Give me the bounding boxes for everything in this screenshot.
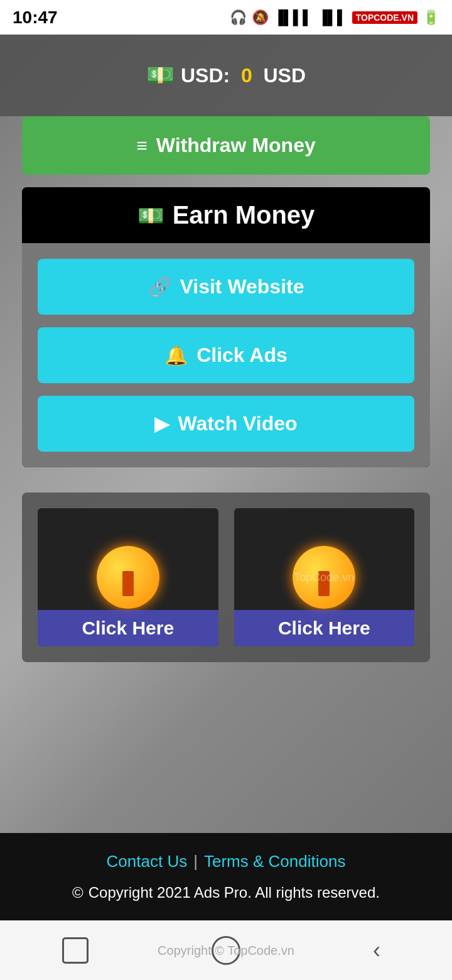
main-content: 💵 USD: 0 USD ≡ Withdraw Money 💵 Earn Mon… [0, 35, 452, 833]
battery-icon: 🔋 [422, 9, 439, 26]
bell-icon: 🔔 [164, 344, 188, 366]
status-bar: 10:47 🎧 🔕 ▐▌▌▌ ▐▌▌ TOPCODE.VN 🔋 [0, 0, 452, 35]
visit-website-button[interactable]: 🔗 Visit Website [38, 259, 414, 315]
footer-separator: | [193, 852, 198, 871]
withdraw-label: Withdraw Money [156, 134, 316, 157]
earn-money-section: 💵 Earn Money 🔗 Visit Website 🔔 Click Ads… [22, 187, 430, 467]
signal-icon: ▐▌▌▌ [274, 9, 313, 26]
earn-money-body: 🔗 Visit Website 🔔 Click Ads ▶ Watch Vide… [22, 243, 430, 467]
nav-chevron-button[interactable]: ‹ [358, 932, 396, 969]
sun-icon-1 [97, 546, 159, 609]
footer: Contact Us | Terms & Conditions © Copyri… [0, 833, 452, 920]
usd-label: USD: 0 USD [181, 64, 306, 87]
click-ads-button[interactable]: 🔔 Click Ads [38, 327, 414, 383]
contact-us-link[interactable]: Contact Us [107, 852, 188, 871]
nav-back-button[interactable] [56, 932, 94, 969]
withdraw-button[interactable]: ≡ Withdraw Money [22, 116, 430, 175]
ad-click-label-1: Click Here [82, 618, 174, 638]
sun-stripe-2 [318, 571, 330, 596]
money-icon: 💵 [146, 62, 175, 89]
footer-links: Contact Us | Terms & Conditions [13, 852, 439, 871]
copyright-text: Copyright 2021 Ads Pro. All rights reser… [89, 884, 380, 901]
sun-stripe-1 [122, 571, 134, 596]
earn-money-icon: 💵 [137, 203, 164, 228]
signal2-icon: ▐▌▌ [318, 9, 347, 26]
footer-copyright: © Copyright 2021 Ads Pro. All rights res… [13, 884, 439, 901]
ads-panel: Click Here TopCode.vn Click Here [22, 493, 430, 662]
ad-card-2[interactable]: TopCode.vn Click Here [234, 508, 415, 646]
ad-card-2-bottom: Click Here [234, 610, 415, 646]
sun-icon-2 [293, 546, 355, 609]
content-wrapper: 💵 USD: 0 USD ≡ Withdraw Money 💵 Earn Mon… [0, 35, 452, 712]
play-icon: ▶ [154, 413, 169, 435]
earn-money-header: 💵 Earn Money [22, 187, 430, 243]
nav-chevron-icon: ‹ [373, 937, 380, 964]
topcode-badge: TOPCODE.VN [352, 11, 417, 24]
click-ads-label: Click Ads [196, 344, 288, 367]
nav-circle-icon [212, 936, 240, 965]
terms-conditions-link[interactable]: Terms & Conditions [204, 852, 345, 871]
status-icons: 🎧 🔕 ▐▌▌▌ ▐▌▌ TOPCODE.VN 🔋 [230, 9, 439, 26]
status-time: 10:47 [13, 8, 58, 28]
nav-home-button[interactable] [207, 932, 245, 969]
copyright-icon: © [72, 884, 83, 901]
watch-video-button[interactable]: ▶ Watch Video [38, 396, 414, 452]
link-icon: 🔗 [148, 276, 171, 298]
ad-card-1[interactable]: Click Here [38, 508, 218, 646]
mute-icon: 🔕 [252, 9, 269, 26]
bottom-nav-bar: Copyright © TopCode.vn ‹ [0, 920, 452, 980]
withdraw-icon: ≡ [136, 135, 148, 156]
watch-video-label: Watch Video [178, 412, 297, 435]
usd-bar: 💵 USD: 0 USD [0, 35, 452, 116]
earn-money-title: Earn Money [173, 201, 315, 229]
nav-square-icon [62, 937, 89, 964]
ad-card-1-bottom: Click Here [38, 610, 218, 646]
visit-website-label: Visit Website [180, 275, 304, 298]
spacer [0, 675, 452, 712]
ad-click-label-2: Click Here [278, 618, 370, 638]
headphones-icon: 🎧 [230, 9, 247, 26]
